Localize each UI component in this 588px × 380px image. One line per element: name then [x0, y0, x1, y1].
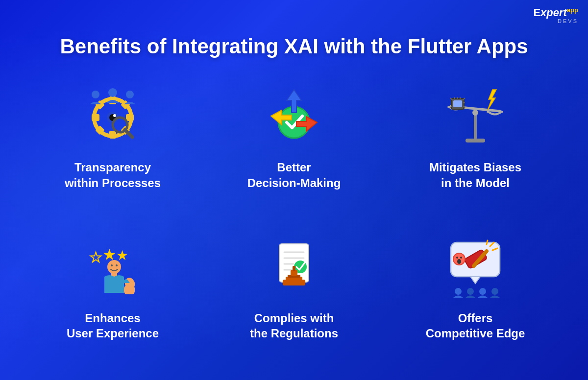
- svg-point-73: [467, 288, 474, 295]
- svg-point-74: [479, 288, 486, 295]
- transparency-icon-wrapper: [78, 83, 147, 152]
- ux-label: EnhancesUser Experience: [67, 310, 159, 341]
- benefit-regulations: Complies withthe Regulations: [211, 229, 377, 370]
- decision-label: BetterDecision-Making: [247, 160, 341, 190]
- svg-line-67: [487, 240, 488, 244]
- svg-rect-22: [474, 113, 477, 140]
- svg-point-49: [116, 264, 118, 266]
- page-container: Benefits of Integrating XAI with the Flu…: [0, 0, 588, 380]
- svg-point-69: [456, 257, 458, 259]
- svg-point-71: [457, 259, 461, 264]
- svg-rect-4: [126, 114, 134, 121]
- svg-point-44: [107, 260, 121, 274]
- svg-marker-40: [488, 90, 496, 110]
- transparency-icon: [81, 86, 145, 149]
- transparency-label: Transparencywithin Processes: [65, 160, 161, 190]
- svg-rect-3: [92, 114, 99, 121]
- page-title: Benefits of Integrating XAI with the Flu…: [60, 34, 528, 59]
- benefit-competitive: OffersCompetitive Edge: [392, 229, 559, 370]
- ux-icon-wrapper: ★ ★ ★: [78, 234, 147, 303]
- svg-point-75: [491, 288, 498, 295]
- svg-point-72: [455, 288, 462, 295]
- regulations-icon-wrapper: [260, 234, 328, 303]
- decision-icon-wrapper: [260, 83, 328, 152]
- svg-point-16: [108, 88, 117, 97]
- competitive-icon: [443, 237, 507, 300]
- svg-point-17: [126, 91, 134, 98]
- svg-rect-31: [453, 100, 462, 107]
- svg-rect-60: [293, 266, 295, 271]
- benefit-biases: Mitigates Biasesin the Model: [392, 78, 559, 219]
- regulations-label: Complies withthe Regulations: [250, 310, 338, 341]
- benefit-decision: BetterDecision-Making: [211, 78, 377, 219]
- svg-text:★: ★: [90, 250, 102, 265]
- benefit-ux: ★ ★ ★: [29, 229, 196, 370]
- svg-rect-47: [124, 285, 135, 294]
- svg-rect-23: [466, 139, 485, 142]
- decision-icon: [262, 86, 326, 149]
- biases-icon: [443, 86, 507, 149]
- ux-icon: ★ ★ ★: [81, 237, 145, 300]
- svg-point-48: [111, 264, 113, 266]
- regulations-icon: [262, 237, 326, 300]
- biases-icon-wrapper: [441, 83, 510, 152]
- svg-point-15: [92, 91, 99, 98]
- svg-point-24: [472, 110, 478, 116]
- biases-label: Mitigates Biasesin the Model: [429, 160, 521, 190]
- svg-text:★: ★: [116, 248, 128, 263]
- benefit-transparency: Transparencywithin Processes: [29, 78, 196, 219]
- benefits-grid: Transparencywithin Processes: [29, 78, 559, 370]
- svg-marker-62: [470, 277, 480, 284]
- competitive-icon-wrapper: [441, 234, 510, 303]
- svg-rect-2: [109, 131, 116, 139]
- competitive-label: OffersCompetitive Edge: [426, 310, 525, 341]
- svg-point-12: [113, 114, 116, 117]
- svg-point-70: [460, 257, 462, 259]
